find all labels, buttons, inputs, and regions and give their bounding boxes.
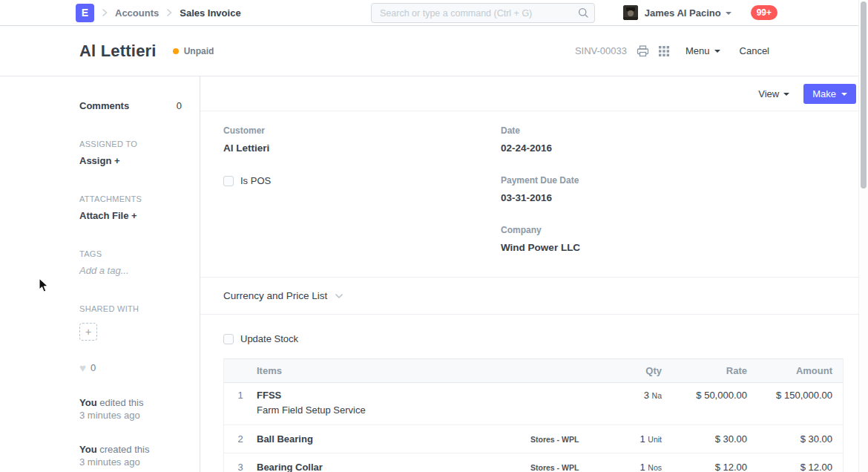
due-date-value[interactable]: 03-31-2016 [501,192,845,203]
table-row[interactable]: 3 Bearing Collar Stores - WPL 1 Nos $ 12… [224,453,843,472]
update-stock-label: Update Stock [240,333,298,344]
item-uom: Nos [648,463,662,472]
comments-row[interactable]: Comments 0 [79,100,182,111]
chevron-down-icon [335,293,343,299]
company-field[interactable]: Company Wind Power LLC [501,225,845,253]
customer-field[interactable]: Customer Al Lettieri [223,125,501,154]
header-items: Items [257,365,513,376]
header-amount: Amount [757,365,843,376]
is-pos-checkbox[interactable] [223,176,234,186]
invoice-fields-section: Customer Al Lettieri Is POS Date 02-24-2… [200,111,867,278]
comments-label: Comments [79,100,129,111]
print-icon[interactable] [637,45,649,57]
navbar-user-area: James Al Pacino 99+ [623,5,777,20]
status-dot-icon [173,48,179,54]
heart-icon[interactable]: ♥ [79,361,86,374]
items-table: Items Qty Rate Amount 1 FFSS Farm Field … [223,358,844,472]
item-amount: $ 30.00 [757,433,843,445]
item-rate: $ 30.00 [672,433,757,445]
view-button-label: View [758,88,779,99]
breadcrumb-sales-invoice[interactable]: Sales Invoice [180,7,240,19]
search-input[interactable] [371,3,595,23]
notifications-badge[interactable]: 99+ [751,5,777,20]
cancel-button[interactable]: Cancel [740,45,769,56]
avatar[interactable] [623,5,638,20]
item-amount: $ 12.00 [757,462,843,472]
date-field[interactable]: Date 02-24-2016 [501,125,845,154]
row-index: 2 [224,433,257,445]
global-search [371,3,595,23]
activity-who: You [79,397,97,408]
chevron-right-icon [102,8,108,17]
user-name-label: James Al Pacino [645,7,721,19]
breadcrumb-accounts[interactable]: Accounts [115,7,159,19]
tags-heading: TAGS [79,249,182,258]
shared-with-heading: SHARED WITH [79,304,182,313]
company-label: Company [501,225,845,235]
activity-action: created this [99,444,149,455]
customer-label: Customer [223,125,501,136]
form-toolbar: View Make [200,76,867,111]
chevron-down-icon [726,12,731,15]
item-uom: Unit [648,435,662,444]
chevron-down-icon [783,93,789,96]
vertical-scrollbar[interactable] [858,0,868,472]
due-date-label: Payment Due Date [501,175,845,186]
plus-icon: + [85,326,91,338]
search-icon[interactable] [578,7,589,22]
activity-entry: You created this 3 minutes ago [79,443,182,468]
item-warehouse: Stores - WPL [513,435,609,444]
item-rate: $ 12.00 [672,462,757,472]
activity-when: 3 minutes ago [79,409,182,422]
activity-when: 3 minutes ago [79,456,182,468]
activity-action: edited this [99,397,143,408]
due-date-field[interactable]: Payment Due Date 03-31-2016 [501,175,845,203]
page-body: Comments 0 ASSIGNED TO Assign + ATTACHME… [0,76,868,472]
date-label: Date [501,125,845,136]
table-row[interactable]: 2 Ball Bearing Stores - WPL 1 Unit $ 30.… [224,425,843,453]
item-warehouse: Stores - WPL [513,463,609,472]
add-share-button[interactable]: + [79,323,97,341]
item-warehouse [513,390,609,425]
grid-menu-icon[interactable] [659,46,669,56]
item-qty: 1 Unit [609,433,672,445]
likes-row[interactable]: ♥ 0 [79,361,182,374]
update-stock-field: Update Stock [200,315,867,344]
date-value[interactable]: 02-24-2016 [501,142,845,154]
make-button[interactable]: Make [803,84,856,104]
comments-count: 0 [177,100,182,111]
assign-button[interactable]: Assign + [79,155,182,166]
update-stock-checkbox[interactable] [223,334,234,344]
menu-button[interactable]: Menu [685,45,720,56]
customer-value[interactable]: Al Lettieri [223,142,501,154]
item-amount: $ 150,000.00 [757,390,843,425]
item-code: Ball Bearing [257,433,513,445]
attach-file-button[interactable]: Attach File + [79,210,182,221]
user-menu[interactable]: James Al Pacino [645,7,731,19]
make-button-label: Make [812,88,836,99]
currency-price-list-section-toggle[interactable]: Currency and Price List [200,278,867,315]
table-row[interactable]: 1 FFSS Farm Field Setup Service 3 Na $ 5… [224,383,843,425]
document-id: SINV-00033 [575,45,627,56]
item-uom: Na [652,391,662,400]
top-navbar: E Accounts Sales Invoice James Al Pacino… [0,0,868,26]
is-pos-field: Is POS [223,175,501,186]
attachments-heading: ATTACHMENTS [79,194,182,203]
page-head-actions: SINV-00033 Menu Cancel [575,45,769,57]
row-index: 3 [224,462,257,472]
view-button[interactable]: View [758,88,789,99]
item-code: Bearing Collar [257,462,513,472]
activity-entry: You edited this 3 minutes ago [79,396,182,422]
scrollbar-thumb[interactable] [861,1,867,189]
add-tag-input[interactable]: Add a tag... [79,265,182,276]
item-rate: $ 50,000.00 [672,390,757,425]
sales-invoice-page: E Accounts Sales Invoice James Al Pacino… [0,0,868,472]
header-qty: Qty [609,365,672,376]
likes-count: 0 [91,362,96,373]
company-value[interactable]: Wind Power LLC [501,242,845,253]
page-head: Al Lettieri Unpaid SINV-00033 Menu Can [0,26,868,76]
assigned-to-heading: ASSIGNED TO [79,140,182,148]
item-qty: 1 Nos [609,462,672,472]
app-logo[interactable]: E [76,4,94,22]
menu-button-label: Menu [685,45,710,56]
